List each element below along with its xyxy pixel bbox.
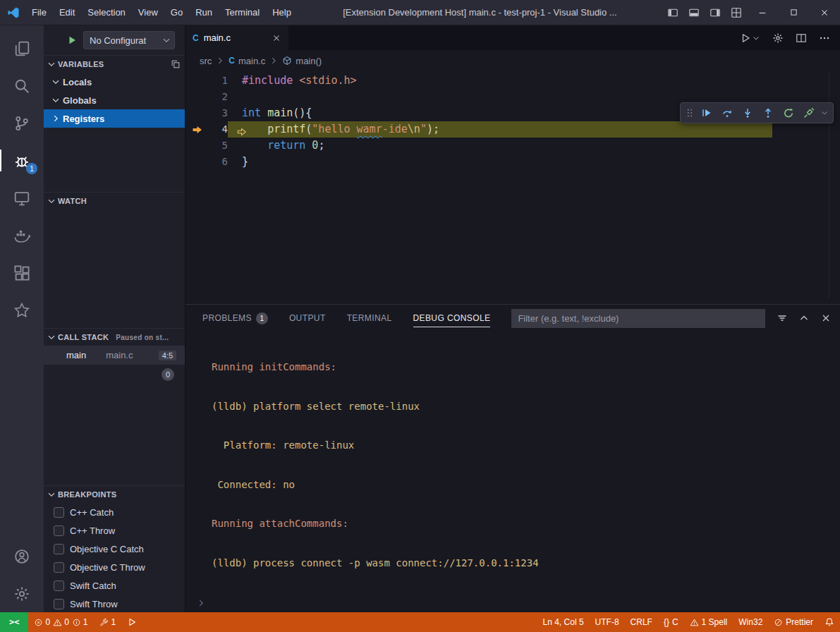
breadcrumb-symbol[interactable]: main(): [282, 56, 322, 66]
toolbar-drag-handle[interactable]: [683, 108, 696, 118]
gutter-glyph[interactable]: [185, 138, 209, 154]
menu-selection[interactable]: Selection: [81, 4, 131, 21]
console-line: (lldb) platform select remote-linux: [212, 399, 840, 415]
variables-header[interactable]: VARIABLES: [44, 55, 185, 73]
customize-layout-button[interactable]: [726, 0, 747, 25]
menu-view[interactable]: View: [132, 4, 164, 21]
notifications-button[interactable]: [819, 612, 840, 632]
maximize-panel-button[interactable]: [798, 312, 810, 324]
gutter-glyph[interactable]: [185, 105, 209, 121]
toggle-sidebar-button[interactable]: [662, 0, 683, 25]
console-filter-input[interactable]: [511, 309, 765, 328]
variables-registers-row[interactable]: Registers: [44, 109, 185, 128]
step-into-icon: [742, 107, 753, 119]
call-stack-header[interactable]: CALL STACK Paused on st...: [44, 328, 185, 346]
breadcrumb-folder[interactable]: src: [200, 56, 212, 66]
checkbox[interactable]: [54, 562, 64, 573]
tab-terminal[interactable]: TERMINAL: [347, 305, 392, 332]
breakpoint-objc-catch[interactable]: Objective C Catch: [44, 540, 185, 558]
code-content[interactable]: return 0;: [228, 138, 772, 154]
toggle-secondary-sidebar-button[interactable]: [705, 0, 726, 25]
breakpoint-swift-catch[interactable]: Swift Catch: [44, 576, 185, 595]
split-editor-button[interactable]: [796, 32, 807, 44]
watch-header[interactable]: WATCH: [44, 192, 185, 209]
step-out-button[interactable]: [757, 104, 778, 122]
filter-options-button[interactable]: [777, 312, 788, 324]
editor-actions: [740, 25, 840, 50]
tab-problems[interactable]: PROBLEMS1: [202, 305, 268, 332]
toggle-panel-button[interactable]: [683, 0, 705, 25]
maximize-button[interactable]: [778, 0, 809, 25]
activity-remote-explorer[interactable]: [0, 179, 44, 217]
activity-source-control[interactable]: [0, 104, 44, 142]
gutter-glyph[interactable]: [185, 73, 209, 89]
activity-extensions[interactable]: [0, 254, 44, 291]
variables-locals-row[interactable]: Locals: [44, 73, 185, 91]
menu-terminal[interactable]: Terminal: [219, 4, 266, 21]
menu-help[interactable]: Help: [266, 4, 298, 21]
gutter-glyph[interactable]: [185, 89, 209, 105]
copy-value-icon[interactable]: [171, 59, 181, 69]
breakpoint-cpp-catch[interactable]: C++ Catch: [44, 503, 185, 521]
continue-button[interactable]: [696, 104, 717, 122]
activity-run-debug[interactable]: 1: [0, 142, 44, 179]
code-content[interactable]: }: [228, 154, 772, 170]
more-actions-button[interactable]: [819, 32, 830, 44]
accounts-button[interactable]: [0, 537, 44, 575]
code-editor[interactable]: 1 #include <stdio.h> 2 3 int main(){ 4: [185, 71, 840, 304]
problems-status[interactable]: 0 0 1: [28, 612, 93, 632]
platform-indicator[interactable]: Win32: [733, 612, 768, 632]
tab-debug-console[interactable]: DEBUG CONSOLE: [413, 305, 491, 332]
spell-checker-status[interactable]: 1 Spell: [684, 612, 734, 632]
code-content[interactable]: #include <stdio.h>: [228, 73, 772, 89]
breakpoint-swift-throw[interactable]: Swift Throw: [44, 595, 185, 613]
disconnect-button[interactable]: [798, 104, 819, 122]
close-tab-button[interactable]: [272, 32, 281, 44]
current-line-arrow[interactable]: [185, 121, 209, 138]
language-mode[interactable]: {}C: [658, 612, 684, 632]
tab-main-c[interactable]: C main.c: [185, 25, 288, 50]
minimize-button[interactable]: [747, 0, 778, 25]
activity-docker[interactable]: [0, 217, 44, 254]
step-over-button[interactable]: [717, 104, 737, 122]
remote-indicator[interactable]: ><: [0, 612, 28, 632]
cursor-position[interactable]: Ln 4, Col 5: [537, 612, 590, 632]
breakpoint-objc-throw[interactable]: Objective C Throw: [44, 558, 185, 576]
menu-edit[interactable]: Edit: [53, 4, 81, 21]
debug-toolbar-dropdown[interactable]: [819, 104, 830, 122]
toolchain-settings-button[interactable]: [772, 32, 784, 44]
formatter-status[interactable]: Prettier: [768, 612, 819, 632]
activity-favorites[interactable]: [0, 291, 44, 329]
checkbox[interactable]: [54, 544, 64, 554]
breadcrumb-file[interactable]: Cmain.c: [229, 56, 265, 66]
restart-button[interactable]: [778, 104, 798, 122]
breakpoint-cpp-throw[interactable]: C++ Throw: [44, 521, 185, 540]
menu-run[interactable]: Run: [189, 4, 219, 21]
encoding-indicator[interactable]: UTF-8: [590, 612, 625, 632]
code-content[interactable]: printf("hello wamr-ide\n");: [228, 121, 772, 138]
gutter-glyph[interactable]: [185, 154, 209, 170]
menu-file[interactable]: File: [25, 4, 53, 21]
stack-frame-row[interactable]: main main.c 4:5: [44, 346, 185, 365]
close-window-button[interactable]: [809, 0, 840, 25]
breakpoints-header[interactable]: BREAKPOINTS: [44, 485, 185, 503]
close-panel-button[interactable]: [820, 312, 832, 324]
settings-button[interactable]: [0, 575, 44, 612]
step-into-button[interactable]: [737, 104, 757, 122]
activity-search[interactable]: [0, 67, 44, 104]
menu-go[interactable]: Go: [164, 4, 189, 21]
debug-console-input[interactable]: [185, 594, 840, 612]
checkbox[interactable]: [54, 507, 64, 518]
variables-globals-row[interactable]: Globals: [44, 91, 185, 109]
checkbox[interactable]: [54, 599, 64, 609]
activity-explorer[interactable]: [0, 30, 44, 67]
eol-indicator[interactable]: CRLF: [625, 612, 658, 632]
debug-status-button[interactable]: [121, 612, 142, 632]
start-debugging-button[interactable]: [66, 35, 78, 47]
toolchain-status[interactable]: 1: [94, 612, 122, 632]
checkbox[interactable]: [54, 581, 64, 591]
run-or-debug-button[interactable]: [740, 32, 760, 44]
debug-configuration-select[interactable]: No Configurat: [83, 31, 175, 49]
tab-output[interactable]: OUTPUT: [289, 305, 326, 332]
checkbox[interactable]: [54, 525, 64, 536]
